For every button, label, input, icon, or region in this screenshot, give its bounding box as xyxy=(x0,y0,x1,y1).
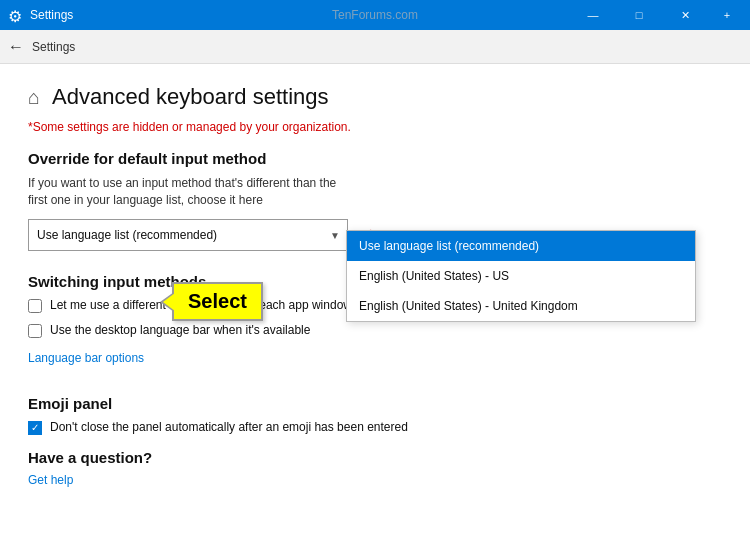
question-section: Have a question? Get help xyxy=(28,449,722,503)
page-title: Advanced keyboard settings xyxy=(52,84,328,110)
minimize-button[interactable]: — xyxy=(570,0,616,30)
emoji-checkbox-row: ✓ Don't close the panel automatically af… xyxy=(28,420,722,435)
watermark: TenForums.com xyxy=(332,0,418,30)
title-bar-title: Settings xyxy=(30,8,73,22)
settings-icon: ⚙ xyxy=(8,7,24,23)
main-content: ⌂ Advanced keyboard settings *Some setti… xyxy=(0,64,750,519)
question-title: Have a question? xyxy=(28,449,722,466)
override-section-desc: If you want to use an input method that'… xyxy=(28,175,348,209)
page-header: ⌂ Advanced keyboard settings xyxy=(28,84,722,110)
emoji-section: Emoji panel ✓ Don't close the panel auto… xyxy=(28,395,722,435)
dropdown-popup: Use language list (recommended) English … xyxy=(346,230,696,322)
maximize-button[interactable]: □ xyxy=(616,0,662,30)
dropdown-popup-item-2[interactable]: English (United States) - US xyxy=(347,261,695,291)
org-notice: *Some settings are hidden or managed by … xyxy=(28,120,722,134)
back-button[interactable]: ← xyxy=(8,38,24,56)
select-tooltip: Select xyxy=(172,282,263,321)
desktop-language-bar-label: Use the desktop language bar when it's a… xyxy=(50,323,310,337)
emoji-checkbox-label: Don't close the panel automatically afte… xyxy=(50,420,408,434)
input-method-dropdown[interactable]: Use language list (recommended) English … xyxy=(28,219,348,251)
close-button[interactable]: ✕ xyxy=(662,0,708,30)
get-help-link[interactable]: Get help xyxy=(28,473,73,487)
new-tab-button[interactable]: + xyxy=(712,0,742,30)
breadcrumb: Settings xyxy=(32,40,75,54)
different-input-method-checkbox[interactable] xyxy=(28,299,42,313)
title-bar-controls: — □ ✕ + xyxy=(570,0,742,30)
override-section-title: Override for default input method xyxy=(28,150,722,167)
desktop-language-bar-checkbox[interactable] xyxy=(28,324,42,338)
emoji-checkbox[interactable]: ✓ xyxy=(28,421,42,435)
title-bar-left: ⚙ Settings xyxy=(8,7,73,23)
dropdown-wrapper: Use language list (recommended) English … xyxy=(28,219,348,251)
nav-bar: ← Settings xyxy=(0,30,750,64)
dropdown-popup-item-1[interactable]: Use language list (recommended) xyxy=(347,231,695,261)
checkbox-row-2: Use the desktop language bar when it's a… xyxy=(28,323,722,338)
language-bar-options-link[interactable]: Language bar options xyxy=(28,351,144,365)
home-icon: ⌂ xyxy=(28,86,40,109)
title-bar: ⚙ Settings TenForums.com — □ ✕ + xyxy=(0,0,750,30)
emoji-section-title: Emoji panel xyxy=(28,395,722,412)
dropdown-popup-item-3[interactable]: English (United States) - United Kingdom xyxy=(347,291,695,321)
